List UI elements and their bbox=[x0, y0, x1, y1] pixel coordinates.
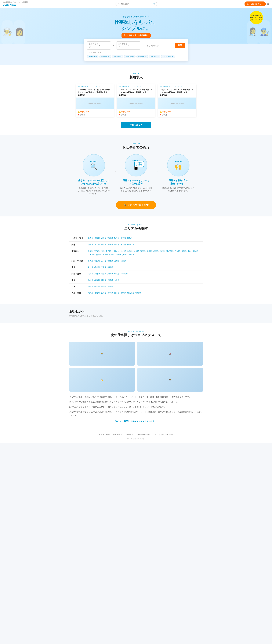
header-search-button[interactable]: 🔍 bbox=[152, 2, 157, 6]
footer-link[interactable]: 人材をお探しの企業様 ↗ bbox=[155, 433, 175, 436]
area-link[interactable]: 島根県 bbox=[94, 279, 100, 282]
footer-link[interactable]: 個人情報保護方針 bbox=[137, 433, 151, 436]
area-link[interactable]: 葛飾区 bbox=[181, 250, 187, 252]
area-link[interactable]: 台東区 bbox=[96, 254, 102, 256]
area-link[interactable]: 豊島区 bbox=[103, 254, 108, 256]
job-card[interactable]: 株式会社エクスプレス・ネクスト （武蔵野市）クリニック内での医療事務スタッフ（W… bbox=[76, 84, 114, 117]
area-link[interactable]: 愛媛県 bbox=[101, 285, 106, 288]
area-link[interactable]: 静岡県 bbox=[108, 266, 113, 269]
area-link[interactable]: 福井県 bbox=[108, 260, 113, 262]
area-link[interactable]: 佐賀県 bbox=[94, 292, 100, 294]
area-clear[interactable]: ✕ bbox=[141, 44, 144, 48]
area-link[interactable]: 神奈川県 bbox=[127, 243, 134, 246]
area-link[interactable]: 大阪府 bbox=[101, 272, 106, 275]
job-card[interactable]: 株式会社エクスプレス・ネクスト （中央区）クリニック内での医療事務スタッフ（We… bbox=[158, 84, 196, 117]
area-link[interactable]: 練馬区 bbox=[116, 254, 121, 256]
area-select[interactable]: エリアを選ぶ ▼ bbox=[116, 42, 140, 50]
footer-link[interactable]: よくあるご質問 bbox=[97, 433, 110, 436]
footer-link[interactable]: 利用規約 bbox=[126, 433, 134, 436]
area-link[interactable]: 新潟県 bbox=[88, 260, 93, 262]
area-link[interactable]: 愛知県 bbox=[88, 266, 93, 269]
header-search-input[interactable] bbox=[116, 2, 152, 6]
work-style-clear[interactable]: ✕ bbox=[112, 44, 115, 48]
menu-icon[interactable]: ≡ bbox=[267, 2, 269, 6]
area-link[interactable]: 岐阜県 bbox=[94, 266, 100, 269]
area-link[interactable]: 大田区 bbox=[175, 250, 180, 252]
area-link[interactable]: 23区外 bbox=[129, 254, 134, 256]
area-link[interactable]: 杉並区 bbox=[140, 250, 146, 252]
area-link[interactable]: 京都府 bbox=[94, 272, 100, 275]
area-link[interactable]: 茨城県 bbox=[88, 243, 93, 246]
area-link[interactable]: 山口県 bbox=[114, 279, 120, 282]
area-link[interactable]: 文京区 bbox=[122, 254, 128, 256]
keyword-tag[interactable]: 正社員登用 bbox=[112, 55, 123, 58]
flow-search-button[interactable]: 🔍 今すぐお仕事を探す bbox=[116, 201, 156, 209]
area-link[interactable]: 富山県 bbox=[94, 260, 100, 262]
area-link[interactable]: 大分県 bbox=[114, 292, 120, 294]
area-link[interactable]: 埼玉県 bbox=[108, 243, 113, 246]
area-link[interactable]: 岩手県 bbox=[101, 237, 106, 240]
area-link[interactable]: 鳥取県 bbox=[88, 279, 93, 282]
area-link[interactable]: 港区 bbox=[101, 250, 104, 252]
area-link[interactable]: 徳島県 bbox=[88, 285, 93, 288]
area-link[interactable]: 沖縄県 bbox=[136, 292, 141, 294]
area-link[interactable]: 山梨県 bbox=[114, 260, 120, 262]
area-link[interactable]: 北海道 bbox=[88, 237, 93, 240]
area-link[interactable]: 品川区 bbox=[120, 250, 126, 252]
area-link[interactable]: 目黒区 bbox=[134, 250, 139, 252]
area-link[interactable]: 北区 bbox=[188, 250, 192, 252]
area-link[interactable]: 滋賀県 bbox=[88, 272, 93, 275]
job-card[interactable]: 株式会社エクスプレス・ネクスト （江東区）クリニック内での医療事務スタッフ（We… bbox=[117, 84, 156, 117]
work-style-select[interactable]: 働き方を選ぶ ▼ bbox=[87, 42, 111, 50]
keyword-tag[interactable]: 交通費支給 bbox=[136, 55, 148, 58]
area-link[interactable]: 中央区 bbox=[106, 250, 111, 252]
job-card-image: 医療事務イメージ bbox=[117, 98, 155, 110]
area-link[interactable]: 千代田区 bbox=[112, 250, 120, 252]
area-link[interactable]: 足立区 bbox=[153, 250, 159, 252]
area-link[interactable]: 荒川区 bbox=[160, 250, 165, 252]
area-link[interactable]: 秋田県 bbox=[114, 237, 120, 240]
area-link[interactable]: 世田谷区 bbox=[88, 254, 95, 256]
area-link[interactable]: 千葉県 bbox=[114, 243, 120, 246]
area-link[interactable]: 群馬県 bbox=[101, 243, 106, 246]
more-jobs-button[interactable]: 一覧を見る + bbox=[121, 122, 151, 128]
area-link[interactable]: 江戸川区 bbox=[166, 250, 174, 252]
area-link[interactable]: 福島県 bbox=[127, 237, 132, 240]
footer-link[interactable]: 会社概要 ↗ bbox=[113, 433, 122, 436]
area-link[interactable]: 長崎県 bbox=[101, 292, 106, 294]
area-link[interactable]: 江東区 bbox=[127, 250, 132, 252]
work-style-arrow: ▼ bbox=[99, 45, 109, 46]
area-link[interactable]: 宮城県 bbox=[108, 237, 113, 240]
area-link[interactable]: 新宿区 bbox=[88, 250, 93, 252]
area-link[interactable]: 山形県 bbox=[120, 237, 126, 240]
area-link[interactable]: 渋谷区 bbox=[94, 250, 100, 252]
area-link[interactable]: 板橋区 bbox=[147, 250, 152, 252]
area-link[interactable]: 石川県 bbox=[101, 260, 106, 262]
keyword-tag[interactable]: バイク通勤OK bbox=[161, 55, 175, 58]
area-link[interactable]: 兵庫県 bbox=[108, 272, 113, 275]
area-link[interactable]: 奈良県 bbox=[114, 272, 120, 275]
area-link[interactable]: 鹿児島県 bbox=[127, 292, 134, 294]
area-link[interactable]: 栃木県 bbox=[94, 243, 100, 246]
keyword-tag[interactable]: 未経験歓迎 bbox=[99, 55, 111, 58]
area-link[interactable]: 三重県 bbox=[101, 266, 106, 269]
area-link[interactable]: 広島県 bbox=[108, 279, 113, 282]
area-link[interactable]: 墨田区 bbox=[192, 250, 198, 252]
area-link[interactable]: 高知県 bbox=[108, 285, 113, 288]
search-button[interactable]: 検索 bbox=[175, 43, 185, 48]
keyword-input[interactable] bbox=[146, 43, 174, 48]
area-link[interactable]: 香川県 bbox=[94, 285, 100, 288]
area-link[interactable]: 東京都 bbox=[120, 243, 126, 246]
area-link[interactable]: 青森県 bbox=[94, 237, 100, 240]
keyword-tag[interactable]: 残業少なめ bbox=[124, 55, 136, 58]
area-link[interactable]: 長野県 bbox=[120, 260, 126, 262]
area-link[interactable]: 宮崎県 bbox=[120, 292, 126, 294]
area-link[interactable]: 和歌山県 bbox=[120, 272, 128, 275]
register-button[interactable]: 無料登録はこちら → bbox=[244, 2, 266, 6]
keyword-tag[interactable]: 女性が活躍 bbox=[149, 55, 160, 58]
area-link[interactable]: 熊本県 bbox=[108, 292, 113, 294]
area-link[interactable]: 福岡県 bbox=[88, 292, 93, 294]
area-link[interactable]: 岡山県 bbox=[101, 279, 106, 282]
area-link[interactable]: 中野区 bbox=[109, 254, 115, 256]
keyword-tag[interactable]: 土日祝休み bbox=[87, 55, 98, 58]
